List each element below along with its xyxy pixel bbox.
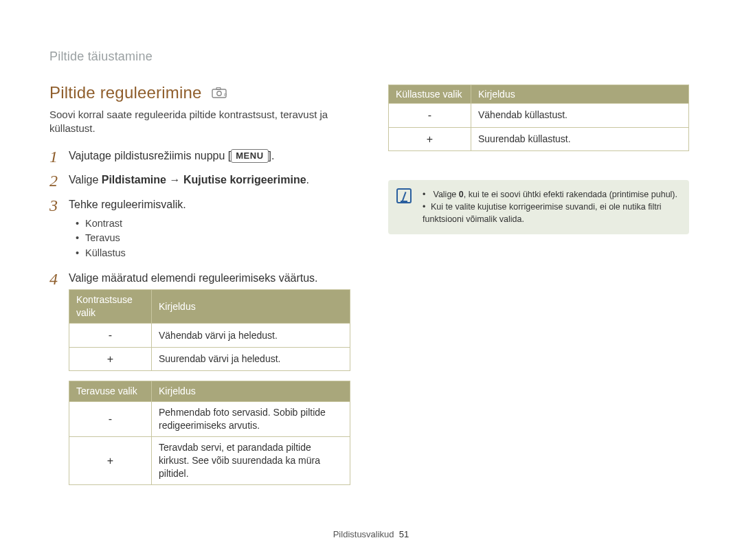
step-3-text: Tehke reguleerimisvalik. (69, 199, 186, 210)
note-icon (396, 188, 412, 203)
table-cell-sym: - (69, 324, 152, 348)
step-3-item: Küllastus (76, 246, 350, 261)
section-title: Piltide reguleerimine (49, 83, 202, 102)
note-item: Valige 0, kui te ei soovi ühtki efekti r… (423, 188, 678, 201)
svg-rect-1 (216, 88, 221, 90)
table-row: + Teravdab servi, et parandada piltide k… (69, 437, 350, 485)
table-cell-desc: Suurendab värvi ja heledust. (152, 347, 350, 371)
footer-label: Pildistusvalikud (333, 529, 394, 539)
step-3-item: Kontrast (76, 216, 350, 232)
table-cell-desc: Suurendab küllastust. (471, 127, 689, 151)
page-footer: Pildistusvalikud 51 (0, 529, 742, 539)
note-box: Valige 0, kui te ei soovi ühtki efekti r… (388, 180, 689, 234)
sharpness-table: Teravuse valik Kirjeldus - Pehmendab fot… (69, 381, 350, 484)
step-4: Valige määratud elemendi reguleerimiseks… (49, 271, 350, 485)
table-row: + Suurendab värvi ja heledust. (69, 347, 350, 371)
note-text: Valige (433, 190, 458, 199)
table-row: + Suurendab küllastust. (389, 127, 689, 151)
step-2: Valige Pildistamine → Kujutise korrigeer… (49, 172, 350, 188)
step-2-text-pre: Valige (69, 174, 102, 186)
table-header: Teravuse valik (69, 381, 152, 402)
table-cell-desc: Pehmendab foto servasid. Sobib piltide r… (152, 402, 350, 437)
step-1-text-post: ]. (269, 150, 275, 161)
table-cell-desc: Vähendab värvi ja heledust. (152, 324, 350, 348)
breadcrumb: Piltide täiustamine (49, 49, 693, 64)
table-row: - Vähendab küllastust. (389, 104, 689, 128)
table-header: Kirjeldus (152, 381, 350, 402)
intro-text: Soovi korral saate reguleerida piltide k… (49, 108, 350, 136)
table-cell-sym: + (69, 347, 152, 371)
step-2-bold: Pildistamine → Kujutise korrigeerimine (102, 174, 306, 186)
step-3-item: Teravus (76, 231, 350, 246)
svg-text:P: P (224, 93, 227, 97)
table-header: Kontrastsuse valik (69, 290, 152, 324)
menu-button-label: MENU (231, 149, 268, 163)
svg-point-2 (216, 91, 221, 96)
step-1-text-pre: Vajutage pildistusrežiimis nuppu [ (69, 150, 231, 161)
table-row: - Vähendab värvi ja heledust. (69, 324, 350, 348)
step-1: Vajutage pildistusrežiimis nuppu [MENU]. (49, 148, 350, 164)
step-4-text: Valige määratud elemendi reguleerimiseks… (69, 272, 318, 284)
contrast-table: Kontrastsuse valik Kirjeldus - Vähendab … (69, 289, 350, 371)
table-row: - Pehmendab foto servasid. Sobib piltide… (69, 402, 350, 437)
saturation-table: Küllastuse valik Kirjeldus - Vähendab kü… (388, 85, 689, 151)
table-cell-sym: + (69, 437, 152, 485)
step-2-text-post: . (306, 174, 309, 186)
table-header: Kirjeldus (152, 290, 350, 324)
page-number: 51 (399, 529, 409, 539)
table-cell-sym: - (389, 104, 471, 128)
table-header: Kirjeldus (471, 85, 689, 104)
note-text: , kui te ei soovi ühtki efekti rakendada… (464, 190, 677, 199)
table-cell-desc: Vähendab küllastust. (471, 104, 689, 128)
table-cell-sym: + (389, 127, 471, 151)
note-bold: 0 (459, 190, 464, 199)
camera-icon: P (212, 87, 227, 98)
table-cell-desc: Teravdab servi, et parandada piltide kir… (152, 437, 350, 485)
table-header: Küllastuse valik (389, 85, 471, 104)
note-item: Kui te valite kujutise korrigeerimise su… (423, 201, 678, 225)
step-3: Tehke reguleerimisvalik. Kontrast Teravu… (49, 197, 350, 261)
table-cell-sym: - (69, 402, 152, 437)
